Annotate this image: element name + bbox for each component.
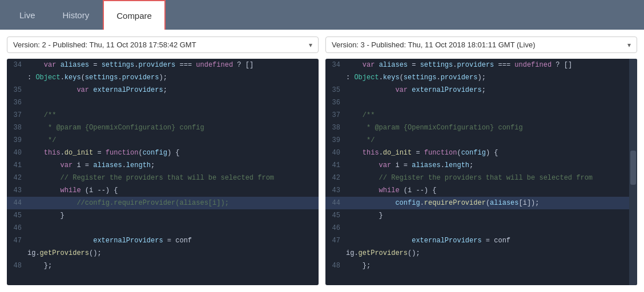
line-number: 34	[7, 59, 27, 71]
line-number: 47	[7, 235, 27, 246]
scrollbar-thumb[interactable]	[630, 151, 636, 185]
left-version-select[interactable]: Version: 2 - Published: Thu, 11 Oct 2018…	[7, 36, 319, 53]
line-number: 45	[7, 210, 27, 221]
line-number: 37	[325, 110, 346, 121]
code-line: 39 */	[7, 134, 319, 147]
line-number: 38	[7, 122, 27, 133]
line-content: : Object.keys(settings.providers);	[27, 72, 319, 83]
code-line: 43 while (i --) {	[325, 184, 637, 197]
line-number: 39	[325, 135, 346, 146]
line-content: /**	[27, 110, 319, 121]
line-number: 42	[325, 172, 346, 184]
code-panels: 34 var aliases = settings.providers === …	[7, 59, 637, 285]
tab-compare[interactable]: Compare	[103, 0, 166, 30]
line-number: 48	[325, 260, 346, 271]
line-number: 37	[7, 110, 27, 121]
line-number: 42	[7, 172, 27, 184]
tab-live[interactable]: Live	[6, 0, 49, 30]
code-line: 42 // Register the providers that will b…	[7, 172, 319, 184]
left-code-panel: 34 var aliases = settings.providers === …	[7, 59, 319, 285]
line-number: 35	[325, 84, 346, 96]
line-content: };	[27, 260, 319, 271]
code-line: 42 // Register the providers that will b…	[325, 172, 637, 184]
code-line: 44 config.requireProvider(aliases[i]);	[325, 197, 637, 209]
tab-compare-label: Compare	[116, 11, 152, 21]
code-line: 38 * @param {OpenmixConfiguration} confi…	[7, 121, 319, 134]
line-content: * @param {OpenmixConfiguration} config	[27, 122, 319, 133]
line-number: 44	[325, 197, 346, 209]
line-number: 36	[7, 97, 27, 108]
code-line: 47 externalProviders = conf	[325, 234, 637, 247]
line-content: var externalProviders;	[27, 84, 319, 96]
line-content: };	[346, 260, 637, 271]
left-version-chevron: ▾	[309, 41, 312, 49]
code-line: 40 this.do_init = function(config) {	[325, 147, 637, 159]
code-line: 41 var i = aliases.length;	[325, 159, 637, 172]
line-content: externalProviders = conf	[346, 235, 637, 246]
line-content: */	[27, 135, 319, 146]
code-line: 45 }	[325, 209, 637, 222]
code-line: 35 var externalProviders;	[7, 84, 319, 96]
line-content: ig.getProviders();	[27, 248, 319, 259]
code-line: 46	[325, 222, 637, 234]
code-line: 35 var externalProviders;	[325, 84, 637, 96]
line-content: var externalProviders;	[346, 84, 637, 96]
code-line: ig.getProviders();	[325, 247, 637, 259]
code-line: 47 externalProviders = conf	[7, 234, 319, 247]
line-content: * @param {OpenmixConfiguration} config	[346, 122, 637, 133]
version-row: Version: 2 - Published: Thu, 11 Oct 2018…	[7, 36, 637, 53]
code-line: 34 var aliases = settings.providers === …	[325, 59, 637, 71]
code-line: : Object.keys(settings.providers);	[7, 71, 319, 84]
line-number: 38	[325, 122, 346, 133]
tab-history-label: History	[63, 10, 90, 20]
line-content: //config.requireProvider(aliases[i]);	[27, 197, 319, 209]
nav-bar: Live History Compare	[0, 0, 644, 30]
line-content: config.requireProvider(aliases[i]);	[346, 197, 637, 209]
code-line: 43 while (i --) {	[7, 184, 319, 197]
tab-history[interactable]: History	[49, 0, 103, 30]
code-line: 46	[7, 222, 319, 234]
code-line: : Object.keys(settings.providers);	[325, 71, 637, 84]
line-content: var i = aliases.length;	[346, 160, 637, 171]
line-number: 46	[7, 222, 27, 234]
line-content: }	[27, 210, 319, 221]
line-number: 43	[325, 185, 346, 196]
code-line: 37 /**	[7, 109, 319, 121]
line-number: 45	[325, 210, 346, 221]
line-content: while (i --) {	[346, 185, 637, 196]
scrollbar[interactable]	[629, 59, 637, 285]
line-content: while (i --) {	[27, 185, 319, 196]
right-code-panel: 34 var aliases = settings.providers === …	[325, 59, 637, 285]
line-content: : Object.keys(settings.providers);	[346, 72, 637, 83]
code-line: 40 this.do_init = function(config) {	[7, 147, 319, 159]
line-number: 39	[7, 135, 27, 146]
line-content: var aliases = settings.providers === und…	[346, 59, 637, 71]
right-version-chevron: ▾	[627, 41, 631, 49]
line-content: this.do_init = function(config) {	[27, 147, 319, 159]
line-content: // Register the providers that will be s…	[346, 172, 637, 184]
line-number: 40	[7, 147, 27, 159]
code-line: 44 //config.requireProvider(aliases[i]);	[7, 197, 319, 209]
right-version-select[interactable]: Version: 3 - Published: Thu, 11 Oct 2018…	[325, 36, 637, 53]
line-number: 41	[325, 160, 346, 171]
code-line: 37 /**	[325, 109, 637, 121]
line-content: var aliases = settings.providers === und…	[27, 59, 319, 71]
left-version-label: Version: 2 - Published: Thu, 11 Oct 2018…	[13, 40, 196, 49]
right-version-label: Version: 3 - Published: Thu, 11 Oct 2018…	[332, 40, 536, 49]
line-number: 47	[325, 235, 346, 246]
code-line: 48 };	[325, 259, 637, 272]
code-line: 39 */	[325, 134, 637, 147]
line-number: 34	[325, 59, 346, 71]
line-content: this.do_init = function(config) {	[346, 147, 637, 159]
line-number: 44	[7, 197, 27, 209]
line-content: ig.getProviders();	[346, 248, 637, 259]
tab-live-label: Live	[19, 10, 35, 20]
line-number: 41	[7, 160, 27, 171]
main-content: Version: 2 - Published: Thu, 11 Oct 2018…	[0, 30, 644, 292]
code-line: ig.getProviders();	[7, 247, 319, 259]
line-content: }	[346, 210, 637, 221]
line-number: 43	[7, 185, 27, 196]
line-content: // Register the providers that will be s…	[27, 172, 319, 184]
line-content: */	[346, 135, 637, 146]
line-number: 36	[325, 97, 346, 108]
